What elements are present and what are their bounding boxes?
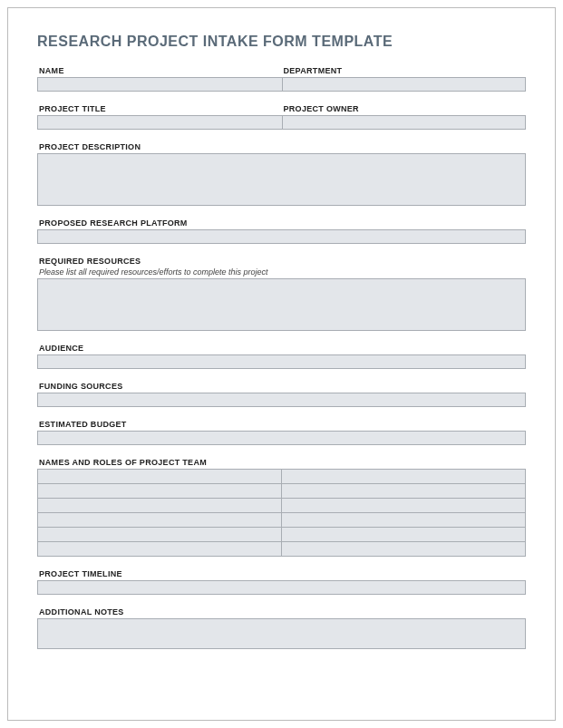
input-budget[interactable]	[37, 431, 526, 445]
input-project-title[interactable]	[37, 115, 282, 130]
section-resources: REQUIRED RESOURCES Please list all requi…	[37, 257, 526, 331]
form-title: RESEARCH PROJECT INTAKE FORM TEMPLATE	[37, 34, 526, 50]
team-cell-role[interactable]	[281, 499, 525, 513]
label-name: NAME	[37, 66, 282, 75]
team-row	[38, 499, 525, 513]
input-platform[interactable]	[37, 229, 526, 244]
input-department[interactable]	[282, 77, 527, 92]
hint-resources: Please list all required resources/effor…	[37, 267, 526, 277]
label-audience: AUDIENCE	[37, 344, 526, 353]
team-row	[38, 542, 525, 557]
form-page: RESEARCH PROJECT INTAKE FORM TEMPLATE NA…	[7, 7, 556, 721]
label-project-owner: PROJECT OWNER	[282, 104, 527, 113]
team-cell-name[interactable]	[38, 470, 281, 484]
label-budget: ESTIMATED BUDGET	[37, 420, 526, 429]
input-funding[interactable]	[37, 393, 526, 407]
team-cell-role[interactable]	[281, 528, 525, 542]
section-team: NAMES AND ROLES OF PROJECT TEAM	[37, 458, 526, 557]
col-project-title: PROJECT TITLE	[37, 104, 282, 130]
section-audience: AUDIENCE	[37, 344, 526, 369]
team-cell-name[interactable]	[38, 513, 281, 528]
team-row	[38, 484, 525, 499]
section-notes: ADDITIONAL NOTES	[37, 607, 526, 649]
team-cell-name[interactable]	[38, 499, 281, 513]
input-project-owner[interactable]	[282, 115, 527, 130]
label-resources: REQUIRED RESOURCES	[37, 257, 526, 266]
section-description: PROJECT DESCRIPTION	[37, 142, 526, 206]
team-row	[38, 513, 525, 528]
team-cell-role[interactable]	[281, 470, 525, 484]
input-notes[interactable]	[37, 618, 526, 649]
team-cell-name[interactable]	[38, 542, 281, 557]
input-audience[interactable]	[37, 354, 526, 369]
team-row	[38, 470, 525, 484]
section-platform: PROPOSED RESEARCH PLATFORM	[37, 218, 526, 244]
col-name: NAME	[37, 66, 282, 92]
label-project-title: PROJECT TITLE	[37, 104, 282, 113]
label-platform: PROPOSED RESEARCH PLATFORM	[37, 218, 526, 228]
label-department: DEPARTMENT	[282, 66, 527, 75]
label-timeline: PROJECT TIMELINE	[37, 569, 526, 578]
team-cell-name[interactable]	[38, 528, 281, 542]
team-row	[38, 528, 525, 542]
input-name[interactable]	[37, 77, 282, 92]
team-cell-role[interactable]	[281, 542, 525, 557]
row-title-owner: PROJECT TITLE PROJECT OWNER	[37, 104, 526, 130]
label-description: PROJECT DESCRIPTION	[37, 142, 526, 151]
input-timeline[interactable]	[37, 580, 526, 595]
team-table	[37, 469, 526, 557]
row-name-dept: NAME DEPARTMENT	[37, 66, 526, 92]
team-cell-role[interactable]	[281, 513, 525, 528]
section-budget: ESTIMATED BUDGET	[37, 420, 526, 445]
team-cell-role[interactable]	[281, 484, 525, 499]
section-funding: FUNDING SOURCES	[37, 382, 526, 407]
team-cell-name[interactable]	[38, 484, 281, 499]
label-notes: ADDITIONAL NOTES	[37, 607, 526, 616]
label-team: NAMES AND ROLES OF PROJECT TEAM	[37, 458, 526, 467]
input-description[interactable]	[37, 153, 526, 206]
col-project-owner: PROJECT OWNER	[282, 104, 527, 130]
col-department: DEPARTMENT	[282, 66, 527, 92]
input-resources[interactable]	[37, 278, 526, 331]
section-timeline: PROJECT TIMELINE	[37, 569, 526, 595]
label-funding: FUNDING SOURCES	[37, 382, 526, 391]
